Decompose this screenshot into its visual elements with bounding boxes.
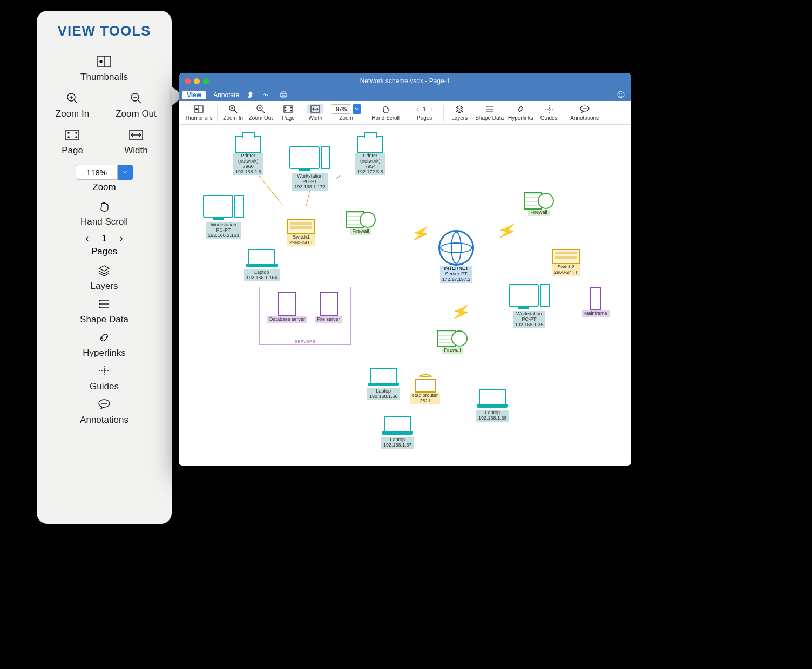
tb-guides[interactable]: Guides [536, 101, 563, 125]
node-db-server[interactable]: Database server [267, 292, 307, 323]
node-workstation-2[interactable]: WorkstationPC-PT192.168.1.163 [203, 195, 244, 239]
prev-page-icon[interactable]: ‹ [85, 233, 89, 244]
smile-icon[interactable] [617, 90, 625, 100]
tb-pages[interactable]: ‹1›Pages [408, 101, 441, 125]
zoom-label: Zoom [92, 182, 116, 193]
fit-width-icon [128, 128, 144, 142]
svg-text:A: A [248, 95, 251, 98]
tb-fit-width[interactable]: Width [302, 101, 329, 125]
hyperlinks-button[interactable]: Hyperlinks [83, 330, 126, 359]
node-laptop-1[interactable]: Laptop192.168.1.164 [244, 249, 280, 281]
svg-point-33 [622, 93, 622, 93]
servers-group[interactable]: Database server File server SERVERS [259, 287, 351, 345]
layers-button[interactable]: Layers [83, 263, 126, 292]
zoom-input[interactable] [76, 165, 118, 180]
hand-scroll-button[interactable]: Hand Scroll [80, 199, 128, 227]
fit-width-button[interactable]: Width [114, 128, 158, 156]
svg-line-38 [234, 110, 237, 113]
app-window: Network scheme.vsdx - Page-1 View Annota… [179, 73, 631, 466]
servers-caption: SERVERS [260, 339, 350, 344]
node-firewall-2[interactable]: Firewall [524, 192, 554, 216]
guides-icon [545, 104, 553, 114]
menu-annotate[interactable]: Annotate [213, 91, 239, 99]
node-switch-1[interactable]: Switch12960-24TT [287, 219, 315, 246]
node-firewall-1[interactable]: Firewall [346, 211, 376, 235]
annotations-button[interactable]: Annotations [80, 397, 128, 425]
view-tools-panel: VIEW TOOLS Thumbnails Zoom In Zoom Out P… [37, 11, 172, 524]
svg-line-73 [336, 160, 341, 179]
print-icon[interactable] [279, 91, 288, 100]
tb-zoom[interactable]: Zoom [329, 101, 363, 125]
zoom-out-button[interactable]: Zoom Out [114, 91, 158, 119]
svg-point-32 [620, 93, 620, 93]
panel-title: VIEW TOOLS [58, 23, 151, 39]
export-pdf-icon[interactable]: A [247, 91, 254, 100]
thumbnails-button[interactable]: Thumbnails [80, 55, 128, 83]
tb-zoom-in[interactable]: Zoom In [220, 101, 247, 125]
shape-data-icon [485, 104, 494, 114]
page-navigator[interactable]: ‹ 1 › [85, 233, 123, 244]
guides-icon [96, 364, 112, 378]
node-laptop-2[interactable]: Laptop192.168.1.66 [367, 368, 400, 400]
tb-annotations[interactable]: Annotations [567, 101, 602, 125]
chevron-down-icon[interactable] [353, 104, 361, 114]
zoom-control[interactable] [76, 165, 133, 180]
tb-zoom-input[interactable] [331, 104, 351, 114]
svg-point-13 [68, 137, 69, 138]
node-printer-1[interactable]: Printer(network)7960192.168.2.8 [233, 136, 263, 175]
page-number: 1 [423, 106, 426, 112]
fit-page-icon [283, 104, 293, 114]
fit-page-icon [64, 128, 80, 142]
thumbnails-icon [96, 55, 112, 69]
svg-point-14 [76, 137, 77, 138]
node-switch-2[interactable]: Switch22960-24TT [552, 249, 580, 276]
node-internet[interactable]: INTERNETServer-PT172.17.197.2 [438, 230, 474, 283]
svg-point-47 [285, 110, 286, 111]
signature-icon[interactable] [262, 91, 272, 100]
tb-zoom-out[interactable]: Zoom Out [247, 101, 275, 125]
tb-fit-page[interactable]: Page [275, 101, 302, 125]
hand-icon [382, 104, 389, 114]
menu-view[interactable]: View [182, 91, 206, 99]
tb-layers[interactable]: Layers [446, 101, 473, 125]
svg-point-48 [290, 110, 292, 111]
tb-shape-data[interactable]: Shape Data [473, 101, 506, 125]
link-icon [96, 330, 112, 344]
node-firewall-3[interactable]: Firewall [437, 330, 468, 354]
svg-line-4 [74, 100, 77, 103]
annotation-icon [580, 104, 590, 114]
page-number: 1 [102, 233, 106, 244]
diagram-canvas[interactable]: ⚡ ⚡ ⚡ Printer(network)7960192.168.2.8 Pr… [179, 125, 631, 466]
next-page-icon[interactable]: › [430, 105, 432, 113]
prev-page-icon[interactable]: ‹ [416, 105, 418, 113]
guides-button[interactable]: Guides [83, 364, 126, 392]
next-page-icon[interactable]: › [120, 233, 123, 244]
zoom-in-button[interactable]: Zoom In [51, 91, 94, 119]
svg-rect-10 [66, 130, 79, 140]
node-laptop-3[interactable]: Laptop192.168.1.67 [381, 416, 414, 449]
node-workstation-3[interactable]: WorkstationPC-PT192.168.1.35 [509, 284, 550, 328]
titlebar: Network scheme.vsdx - Page-1 [179, 73, 631, 89]
fit-width-icon [307, 104, 323, 114]
node-workstation-1[interactable]: WorkstationPC-PT192.168.1.172 [289, 146, 330, 191]
layers-icon [455, 104, 464, 114]
svg-rect-29 [282, 92, 285, 93]
zoom-dropdown-icon[interactable] [118, 165, 133, 180]
shape-data-button[interactable]: Shape Data [80, 297, 128, 325]
node-printer-2[interactable]: Printer(network)7954192.172.5.8 [355, 136, 385, 175]
svg-point-2 [100, 60, 102, 63]
tb-hyperlinks[interactable]: Hyperlinks [506, 101, 536, 125]
node-laptop-4[interactable]: Laptop192.168.1.68 [476, 389, 509, 422]
tb-thumbnails[interactable]: Thumbnails [182, 101, 215, 125]
node-mainframe[interactable]: Mainframe [582, 287, 610, 317]
node-radiorouter[interactable]: Radiorouter2811 [410, 379, 440, 404]
toolbar: Thumbnails Zoom In Zoom Out Page Width Z… [179, 101, 631, 125]
fit-page-button[interactable]: Page [51, 128, 94, 156]
pages-label: Pages [91, 246, 117, 257]
svg-point-11 [68, 132, 69, 133]
tb-hand-scroll[interactable]: Hand Scroll [368, 101, 403, 125]
zoom-in-icon [229, 104, 238, 114]
bolt-icon: ⚡ [409, 222, 432, 245]
node-file-server[interactable]: File server [315, 292, 342, 323]
svg-point-31 [618, 91, 624, 98]
